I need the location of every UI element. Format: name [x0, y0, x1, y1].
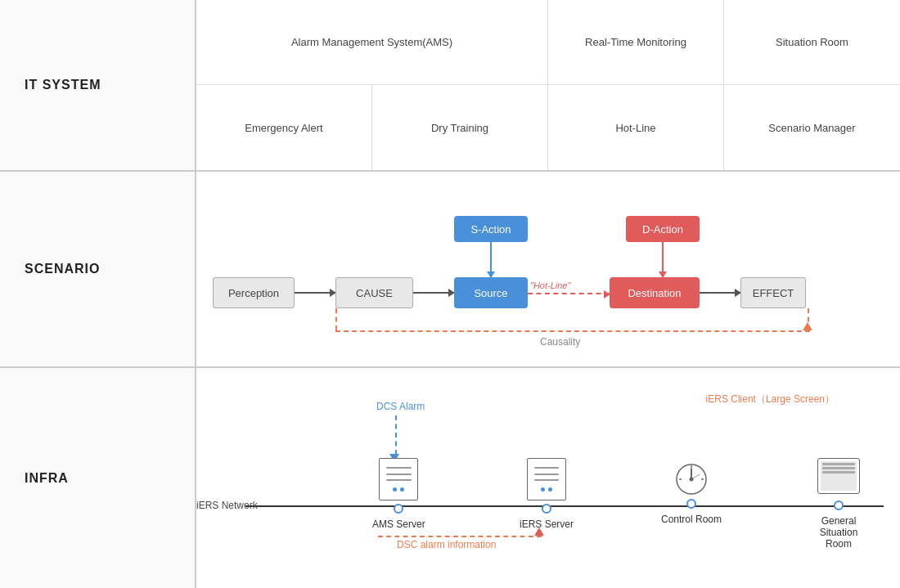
s-dots [393, 487, 404, 491]
arrow-dest-effect [700, 292, 740, 294]
iers-server-icon: iERS Server [520, 458, 574, 530]
hotline-arrow [528, 293, 610, 294]
effect-box: EFFECT [740, 277, 806, 308]
dot1 [393, 487, 397, 491]
dsc-info-label: DSC alarm information [397, 539, 496, 550]
emergency-alert-cell: Emergency Alert [196, 85, 372, 170]
situation-room-node [834, 500, 844, 510]
it-system-row: IT SYSTEM Alarm Management System(AMS) R… [0, 0, 900, 172]
dry-training-cell: Dry Training [372, 85, 548, 170]
mb2 [822, 467, 855, 469]
dcs-alarm-label: DCS Alarm [376, 401, 425, 412]
causality-left-vert [335, 308, 337, 330]
is-line1 [534, 467, 559, 469]
source-box: Source [454, 277, 528, 308]
hotline-label: "Hot-Line" [530, 281, 570, 290]
infra-content: iERS Client（Large Screen） DCS Alarm iERS… [196, 368, 900, 588]
control-room-label: Control Room [661, 514, 722, 525]
ams-server-box [379, 458, 418, 500]
iers-network-label: iERS Network [196, 500, 258, 511]
realtime-cell: Real-Time Monitoring [548, 0, 724, 84]
ams-server-icon: AMS Server [372, 458, 425, 530]
scenario-diagram: Perception CAUSE Source S-Action [213, 195, 884, 351]
is-line2 [534, 474, 559, 475]
svg-point-1 [690, 478, 694, 482]
ams-server-label: AMS Server [372, 518, 425, 530]
causality-label: Causality [540, 336, 580, 348]
s-action-box: S-Action [454, 216, 528, 242]
perception-box: Perception [213, 277, 295, 308]
causality-bottom-line [335, 330, 810, 332]
scenario-content: Perception CAUSE Source S-Action [196, 172, 900, 366]
infra-label: INFRA [0, 368, 196, 588]
dcs-arrow-vertical [395, 415, 397, 455]
is-dots [541, 487, 552, 491]
it-system-label: IT SYSTEM [0, 0, 196, 170]
hotline-cell: Hot-Line [548, 85, 724, 170]
scenario-manager-cell: Scenario Manager [724, 85, 900, 170]
monitor-box [817, 458, 860, 494]
ams-node-circle [394, 504, 403, 514]
arrow-cause-source [413, 292, 454, 294]
situation-room-label: GeneralSituation Room [806, 515, 871, 550]
causality-arrowhead [803, 322, 812, 330]
ams-cell: Alarm Management System(AMS) [196, 0, 548, 84]
situation-room-icon: GeneralSituation Room [806, 458, 871, 550]
dsc-arrowhead [534, 527, 544, 536]
infra-row: INFRA iERS Client（Large Screen） DCS Alar… [0, 368, 900, 588]
it-system-content: Alarm Management System(AMS) Real-Time M… [196, 0, 900, 170]
idot1 [541, 487, 545, 491]
arrow-perception-cause [295, 292, 335, 294]
scenario-row: SCENARIO Perception CAUSE Source [0, 172, 900, 368]
s-line3 [386, 479, 411, 481]
main-grid: IT SYSTEM Alarm Management System(AMS) R… [0, 0, 900, 588]
dot2 [400, 487, 404, 491]
gauge-svg [670, 456, 713, 499]
d-action-box: D-Action [626, 216, 700, 242]
iers-node-circle [542, 504, 551, 514]
cause-box: CAUSE [335, 277, 413, 308]
dsc-line-horizontal [378, 536, 542, 537]
iers-client-label: iERS Client（Large Screen） [706, 393, 835, 406]
s-line1 [386, 467, 411, 469]
control-room-node [686, 499, 696, 509]
is-line3 [534, 479, 559, 481]
monitor-screen [821, 461, 857, 491]
scenario-label: SCENARIO [0, 172, 196, 366]
destination-box: Destination [610, 277, 700, 308]
mb1 [822, 463, 855, 465]
iers-server-box [527, 458, 566, 500]
mb3 [822, 471, 855, 474]
arrow-daction-destination [662, 242, 664, 277]
idot2 [548, 487, 552, 491]
s-line2 [386, 474, 411, 475]
arrow-saction-source [490, 242, 492, 277]
situation-room-cell: Situation Room [724, 0, 900, 84]
control-room-icon: Control Room [661, 456, 722, 525]
iers-server-label: iERS Server [520, 518, 574, 530]
